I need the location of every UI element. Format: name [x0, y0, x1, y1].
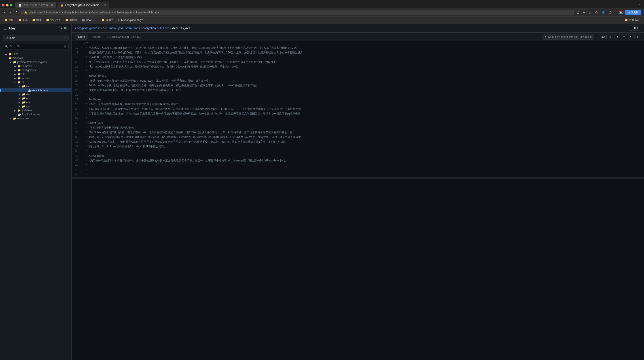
line-number[interactable]: 22	[72, 69, 82, 74]
line-number[interactable]: 37	[72, 140, 82, 144]
code-content[interactable]: 16 /** 17 * 严格地说，AES和Rijndael加密法并不完全一样（虽…	[72, 41, 644, 360]
bookmark-ziteng[interactable]: 📁 紫藤	[30, 18, 44, 22]
line-number[interactable]: 30	[72, 107, 82, 112]
line-number[interactable]: 24	[72, 79, 82, 84]
bookmark-icon[interactable]: ☆	[588, 10, 593, 15]
bookmark-allbooks[interactable]: 📁 所有书签	[623, 18, 641, 22]
line-number[interactable]: 40	[72, 154, 82, 158]
tab-blame[interactable]: Blame	[90, 34, 103, 39]
line-number[interactable]: 38	[72, 144, 82, 149]
tab-2[interactable]: 🔒 encryption.github.io/src/main... ✕	[57, 2, 109, 8]
bookmarks-toggle[interactable]: 📚	[618, 10, 624, 15]
line-number[interactable]: 32	[72, 116, 82, 121]
line-number[interactable]: 27	[72, 93, 82, 98]
horizontal-scrollbar[interactable]	[72, 177, 644, 179]
tree-item-webrest[interactable]: ▶ 📁 web/rest	[0, 108, 71, 112]
tree-item-rsa[interactable]: ▶ 📁 rsa	[0, 100, 71, 104]
symbols-button[interactable]: ⊞	[634, 34, 640, 39]
tab-2-close[interactable]: ✕	[104, 4, 106, 6]
bookmark-study[interactable]: 📁 学习相关	[44, 18, 62, 22]
breadcrumb-encryption[interactable]: encryption	[142, 26, 156, 30]
raw-button[interactable]: Raw	[598, 34, 607, 39]
line-number[interactable]: 41	[72, 158, 82, 163]
extension-icon[interactable]: ⬡	[594, 10, 599, 15]
breadcrumb-root[interactable]: encryption.github.io	[75, 26, 100, 30]
tree-item-aesutils[interactable]: ☕ AesUtils.java	[0, 88, 71, 92]
search-input-container[interactable]: 🔍 t	[3, 44, 69, 50]
maximize-window-button[interactable]	[10, 4, 12, 6]
tree-item-util[interactable]: ▼ 📁 util	[0, 80, 71, 84]
profile-icon[interactable]: 👤	[600, 10, 606, 15]
tree-item-ecc[interactable]: ▶ 📁 ecc	[0, 96, 71, 100]
breadcrumb-aes[interactable]: aes	[165, 26, 170, 30]
line-number[interactable]: 16	[72, 41, 82, 46]
line-number[interactable]: 35	[72, 130, 82, 135]
tree-item-service[interactable]: ▶ 📁 service	[0, 76, 71, 80]
forward-button[interactable]: ›	[8, 10, 12, 15]
tree-item-config[interactable]: ▶ 📁 config/async	[0, 68, 71, 72]
close-window-button[interactable]	[2, 4, 4, 6]
line-number[interactable]: 26	[72, 88, 82, 93]
copy-button[interactable]: ⧉	[608, 34, 613, 39]
line-number[interactable]: 23	[72, 74, 82, 79]
bookmark-muhongxin[interactable]: ⬡ Muhongxin/encryp...	[116, 18, 147, 22]
address-bar[interactable]: 🔒 github.com/Muhongxin/encryption.github…	[22, 10, 574, 15]
tab-1[interactable]: 📄 作品上传-程序员客栈 ✕	[15, 2, 56, 8]
line-number[interactable]: 20	[72, 60, 82, 64]
line-number[interactable]: 43	[72, 168, 82, 172]
line-number[interactable]: 28	[72, 98, 82, 102]
update-button[interactable]: 完成更新	[625, 10, 641, 15]
tree-item-dto[interactable]: ▶ 📁 dto	[0, 72, 71, 76]
bookmark-gaoji[interactable]: 📁 高济	[3, 18, 16, 22]
go-to-file-input[interactable]	[10, 45, 62, 48]
sidebar-icon[interactable]: ⬡	[608, 10, 613, 15]
line-number[interactable]: 44	[72, 172, 82, 177]
line-number[interactable]: 29	[72, 102, 82, 107]
new-tab-button[interactable]: +	[110, 3, 116, 8]
window-control-1[interactable]: ⌃	[638, 4, 640, 7]
tree-item-idea[interactable]: ▶ 📁 .idea	[0, 52, 71, 56]
bookmark-virtual[interactable]: 📁 虚拟号	[100, 18, 116, 22]
line-number[interactable]: 17	[72, 46, 82, 50]
line-number[interactable]: 21	[72, 64, 82, 69]
tree-item-sm[interactable]: ▶ 📁 sm	[0, 104, 71, 108]
breadcrumb-com[interactable]: com	[126, 26, 132, 30]
line-number[interactable]: 42	[72, 163, 82, 168]
line-number[interactable]: 18	[72, 50, 82, 55]
screen-share-icon[interactable]: ⬡	[576, 10, 580, 15]
tab-1-close[interactable]: ✕	[51, 4, 53, 6]
line-number[interactable]: 19	[72, 55, 82, 60]
bookmark-tools[interactable]: 📁 工具	[16, 18, 30, 22]
bookmark-vm[interactable]: 📁 虚拟机	[64, 18, 79, 22]
reload-button[interactable]: ↻	[14, 10, 20, 15]
tree-item-common[interactable]: ▶ 📁 common	[0, 64, 71, 68]
tree-item-application[interactable]: ☕ Application.java	[0, 112, 71, 116]
more-options-button[interactable]: ▾	[628, 34, 634, 39]
tree-item-des[interactable]: ▶ 📁 des	[0, 92, 71, 96]
breadcrumb-mhx[interactable]: mhx	[134, 26, 140, 30]
breadcrumb-src[interactable]: src	[103, 26, 107, 30]
translate-icon[interactable]: A	[582, 10, 586, 15]
download-button[interactable]: ⬇	[614, 34, 620, 39]
minimize-window-button[interactable]	[6, 4, 8, 6]
tree-item-aes[interactable]: ▼ 📁 aes	[0, 84, 71, 88]
line-number[interactable]: 39	[72, 149, 82, 154]
line-number[interactable]: 31	[72, 112, 82, 116]
top-button[interactable]: ↑ Top	[629, 25, 640, 31]
line-number[interactable]: 36	[72, 135, 82, 140]
breadcrumb-util[interactable]: util	[158, 26, 162, 30]
bookmark-chatgpt[interactable]: 🤖 ChatGPT	[80, 18, 99, 22]
breadcrumb-java[interactable]: java	[118, 26, 124, 30]
line-number[interactable]: 33	[72, 121, 82, 126]
line-number[interactable]: 25	[72, 84, 82, 88]
tab-code[interactable]: Code	[75, 34, 88, 40]
tree-item-resources[interactable]: ▶ 📁 resources	[0, 116, 71, 120]
edit-button[interactable]: ✎	[621, 34, 627, 39]
line-number[interactable]: 34	[72, 126, 82, 130]
add-file-button[interactable]: +	[61, 26, 62, 30]
back-button[interactable]: ‹	[3, 10, 6, 15]
branch-dropdown[interactable]: ⎇ main ▼	[3, 35, 69, 41]
tree-item-java[interactable]: ▼ 📁 java/com/mhx/encryption	[0, 60, 71, 64]
search-file-button[interactable]: 🔍	[64, 26, 68, 30]
breadcrumb-main[interactable]: main	[109, 26, 116, 30]
